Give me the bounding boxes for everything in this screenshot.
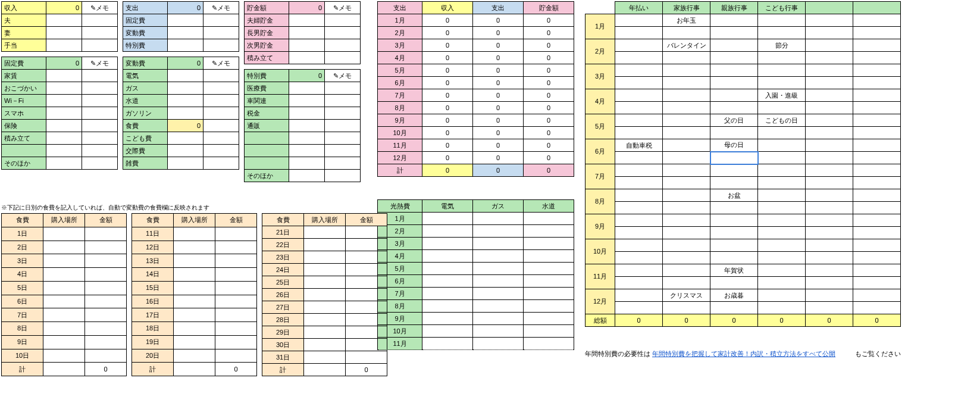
event-cell[interactable] — [663, 252, 710, 264]
event-cell[interactable] — [806, 64, 853, 77]
event-cell[interactable] — [806, 52, 853, 64]
event-cell[interactable] — [663, 139, 710, 152]
event-cell[interactable] — [615, 102, 663, 114]
event-cell[interactable] — [853, 302, 901, 314]
event-cell[interactable] — [806, 39, 853, 52]
event-cell[interactable] — [710, 64, 758, 77]
event-cell[interactable] — [615, 39, 663, 52]
event-cell[interactable] — [710, 102, 758, 114]
event-cell[interactable] — [663, 89, 710, 102]
event-cell[interactable] — [758, 202, 806, 214]
event-cell[interactable] — [663, 239, 710, 252]
event-cell[interactable]: 節分 — [758, 39, 806, 52]
event-cell[interactable] — [758, 302, 806, 314]
event-cell[interactable] — [806, 289, 853, 302]
event-cell[interactable]: お歳暮 — [710, 289, 758, 302]
event-cell[interactable] — [806, 164, 853, 177]
event-cell[interactable] — [758, 177, 806, 189]
event-cell[interactable] — [853, 14, 901, 27]
event-cell[interactable] — [710, 52, 758, 64]
event-cell[interactable] — [806, 202, 853, 214]
event-cell[interactable] — [758, 289, 806, 302]
event-cell[interactable] — [663, 202, 710, 214]
event-cell[interactable] — [758, 189, 806, 202]
event-cell[interactable] — [853, 39, 901, 52]
event-cell[interactable] — [710, 127, 758, 139]
event-cell[interactable] — [615, 214, 663, 227]
event-cell[interactable] — [806, 277, 853, 289]
event-cell[interactable] — [615, 289, 663, 302]
event-cell[interactable] — [758, 152, 806, 164]
event-cell[interactable] — [853, 52, 901, 64]
event-cell[interactable] — [615, 52, 663, 64]
event-cell[interactable] — [806, 214, 853, 227]
event-cell[interactable] — [806, 114, 853, 127]
event-cell[interactable] — [806, 27, 853, 39]
event-cell[interactable] — [806, 239, 853, 252]
event-cell[interactable] — [853, 252, 901, 264]
event-cell[interactable]: クリスマス — [663, 289, 710, 302]
event-cell[interactable] — [615, 239, 663, 252]
event-cell[interactable] — [758, 252, 806, 264]
event-cell[interactable] — [663, 164, 710, 177]
event-cell[interactable] — [853, 289, 901, 302]
event-cell[interactable] — [663, 227, 710, 239]
event-cell[interactable] — [710, 39, 758, 52]
event-cell[interactable] — [853, 227, 901, 239]
event-cell[interactable] — [806, 302, 853, 314]
event-cell[interactable] — [663, 64, 710, 77]
event-cell[interactable]: 父の日 — [710, 114, 758, 127]
event-cell[interactable] — [615, 64, 663, 77]
event-cell[interactable] — [615, 77, 663, 89]
event-cell[interactable] — [853, 102, 901, 114]
event-cell[interactable] — [853, 189, 901, 202]
event-cell[interactable] — [758, 164, 806, 177]
event-cell[interactable] — [710, 302, 758, 314]
event-cell[interactable] — [710, 277, 758, 289]
event-cell[interactable] — [615, 227, 663, 239]
event-cell[interactable] — [710, 77, 758, 89]
event-cell[interactable] — [710, 239, 758, 252]
footer-link[interactable]: 年間特別費を把握して家計改善！内訳・積立方法をすべて公開 — [652, 350, 835, 357]
event-cell[interactable] — [615, 189, 663, 202]
event-cell[interactable] — [710, 152, 758, 164]
event-cell[interactable]: お年玉 — [663, 14, 710, 27]
event-cell[interactable] — [615, 89, 663, 102]
event-cell[interactable] — [710, 27, 758, 39]
event-cell[interactable]: 入園・進級 — [758, 89, 806, 102]
event-cell[interactable] — [758, 127, 806, 139]
event-cell[interactable]: こどもの日 — [758, 114, 806, 127]
event-cell[interactable] — [758, 239, 806, 252]
event-cell[interactable] — [853, 139, 901, 152]
event-cell[interactable] — [710, 202, 758, 214]
event-cell[interactable] — [663, 102, 710, 114]
event-cell[interactable] — [758, 102, 806, 114]
event-cell[interactable] — [806, 227, 853, 239]
event-cell[interactable] — [710, 14, 758, 27]
event-cell[interactable] — [710, 164, 758, 177]
event-cell[interactable] — [806, 127, 853, 139]
event-cell[interactable] — [615, 152, 663, 164]
event-cell[interactable] — [615, 127, 663, 139]
event-cell[interactable] — [615, 252, 663, 264]
event-cell[interactable] — [853, 89, 901, 102]
event-cell[interactable] — [806, 177, 853, 189]
event-cell[interactable]: バレンタイン — [663, 39, 710, 52]
event-cell[interactable] — [806, 252, 853, 264]
event-cell[interactable] — [663, 127, 710, 139]
event-cell[interactable] — [758, 227, 806, 239]
event-cell[interactable] — [758, 214, 806, 227]
event-cell[interactable] — [853, 277, 901, 289]
event-cell[interactable] — [758, 139, 806, 152]
event-cell[interactable] — [853, 27, 901, 39]
event-cell[interactable] — [615, 164, 663, 177]
event-cell[interactable] — [663, 189, 710, 202]
event-cell[interactable] — [806, 264, 853, 277]
event-cell[interactable] — [758, 77, 806, 89]
event-cell[interactable] — [663, 277, 710, 289]
event-cell[interactable]: 母の日 — [710, 139, 758, 152]
event-cell[interactable] — [710, 227, 758, 239]
event-cell[interactable] — [758, 27, 806, 39]
event-cell[interactable] — [853, 264, 901, 277]
event-cell[interactable] — [806, 189, 853, 202]
